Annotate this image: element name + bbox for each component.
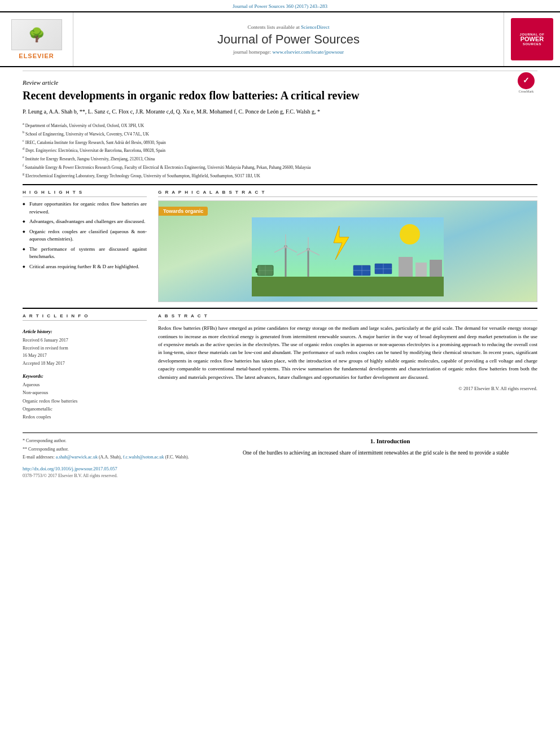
article-info-heading: A R T I C L E I N F O (23, 313, 147, 321)
journal-center: Contents lists available at ScienceDirec… (73, 12, 504, 66)
affiliation-a: a Department of Materials, University of… (23, 121, 537, 129)
history-table: Received 6 January 2017 Received in revi… (23, 337, 147, 367)
keyword-1: Aqueous (23, 381, 147, 388)
towards-organic-label: Towards organic (159, 207, 208, 216)
svg-point-2 (400, 224, 420, 244)
elsevier-label: ELSEVIER (19, 53, 54, 59)
top-bar: Journal of Power Sources 360 (2017) 243–… (0, 0, 560, 11)
graphical-abstract-svg (252, 217, 444, 296)
abstract-heading: A B S T R A C T (158, 313, 537, 321)
keyword-2: Non-aqueous (23, 388, 147, 396)
power-logo: JOURNAL OF POWER SOURCES (511, 18, 553, 60)
section-divider (23, 308, 537, 309)
received-date: Received 6 January 2017 (23, 337, 147, 344)
history-label: Article history: (23, 329, 147, 334)
highlight-item-5: Critical areas requiring further R & D a… (23, 263, 147, 271)
highlights-list: Future opportunities for organic redox f… (23, 200, 147, 270)
main-divider (23, 184, 537, 185)
crossmark: ✓ CrossMark (515, 71, 537, 94)
science-direct-line: Contents lists available at ScienceDirec… (248, 24, 330, 30)
highlight-item-3: Organic redox couples are classified (aq… (23, 228, 147, 243)
power-sources-logo-box: JOURNAL OF POWER SOURCES (504, 12, 560, 66)
svg-rect-22 (430, 260, 442, 277)
issn-line: 0378-7753/© 2017 Elsevier B.V. All right… (23, 473, 220, 478)
review-label: Review article (23, 79, 537, 86)
ga-content-area (246, 200, 449, 302)
journal-header: 🌳 ELSEVIER Contents lists available at S… (0, 11, 560, 67)
intro-text: One of the hurdles to achieving an incre… (243, 449, 537, 457)
homepage-link[interactable]: www.elsevier.com/locate/jpowsour (273, 49, 344, 55)
authors: P. Leung a, A.A. Shah b, **, L. Sanz c, … (23, 107, 537, 116)
journal-reference: Journal of Power Sources 360 (2017) 243–… (233, 3, 327, 9)
graphical-abstract-heading: G R A P H I C A L A B S T R A C T (158, 190, 537, 197)
affiliations: a Department of Materials, University of… (23, 121, 537, 178)
elsevier-image: 🌳 (11, 19, 62, 50)
elsevier-tree-icon: 🌳 (28, 28, 45, 42)
journal-homepage: journal homepage: www.elsevier.com/locat… (233, 49, 344, 55)
copyright: © 2017 Elsevier B.V. All rights reserved… (158, 386, 537, 391)
svg-rect-21 (415, 263, 427, 277)
crossmark-label: CrossMark (519, 90, 534, 93)
highlight-item-2: Advantages, disadvantages and challenges… (23, 218, 147, 226)
doi-line: http://dx.doi.org/10.1016/j.jpowsour.201… (23, 466, 220, 471)
corresponding-note-1: * Corresponding author. (23, 438, 220, 445)
accepted-date: Accepted 18 May 2017 (23, 360, 147, 368)
crossmark-circle: ✓ (518, 72, 535, 89)
keyword-5: Redox couples (23, 413, 147, 421)
svg-rect-20 (399, 257, 413, 277)
keyword-4: Organometallic (23, 405, 147, 413)
affiliation-d: d Dept. Enginyeries: Electrònica, Univer… (23, 146, 537, 154)
affiliation-e: e Institute for Energy Research, Jiangsu… (23, 154, 537, 162)
received-revised-label: Received in revised form (23, 344, 147, 352)
elsevier-logo: 🌳 ELSEVIER (0, 12, 73, 66)
highlight-item-1: Future opportunities for organic redox f… (23, 200, 147, 216)
svg-rect-1 (252, 277, 444, 296)
email-addresses: E-mail addresses: a.shah@warwick.ac.uk (… (23, 454, 220, 461)
header-divider (23, 71, 537, 71)
intro-heading: 1. Introduction (243, 438, 537, 444)
journal-title: Journal of Power Sources (217, 32, 360, 47)
graphical-abstract-image: Towards organic (158, 200, 537, 302)
keyword-3: Organic redox flow batteries (23, 397, 147, 405)
affiliation-b: b School of Engineering, University of W… (23, 129, 537, 137)
keywords-list: Aqueous Non-aqueous Organic redox flow b… (23, 381, 147, 421)
science-direct-link: ScienceDirect (301, 24, 329, 30)
abstract-text: Redox flow batteries (RFBs) have emerged… (158, 324, 537, 381)
doi-link[interactable]: http://dx.doi.org/10.1016/j.jpowsour.201… (23, 466, 117, 471)
email-link-2[interactable]: f.c.walsh@soton.ac.uk (123, 455, 164, 460)
highlight-item-4: The performance of systems are discussed… (23, 246, 147, 261)
affiliation-f: f Sustainable Energy & Power Electronics… (23, 163, 537, 171)
highlights-heading: H I G H L I G H T S (23, 190, 147, 197)
footnotes: * Corresponding author. ** Corresponding… (23, 438, 220, 461)
keywords-label: Keywords: (23, 373, 147, 379)
affiliation-c: c IREC, Catalonia Institute for Energy R… (23, 138, 537, 146)
email-link-1[interactable]: a.shah@warwick.ac.uk (56, 455, 98, 460)
article-title: Recent developments in organic redox flo… (23, 88, 537, 103)
corresponding-note-2: ** Corresponding author. (23, 446, 220, 453)
affiliation-g: g Electrochemical Engineering Laboratory… (23, 171, 537, 179)
revised-date: 16 May 2017 (23, 352, 147, 360)
footer: * Corresponding author. ** Corresponding… (23, 433, 537, 478)
